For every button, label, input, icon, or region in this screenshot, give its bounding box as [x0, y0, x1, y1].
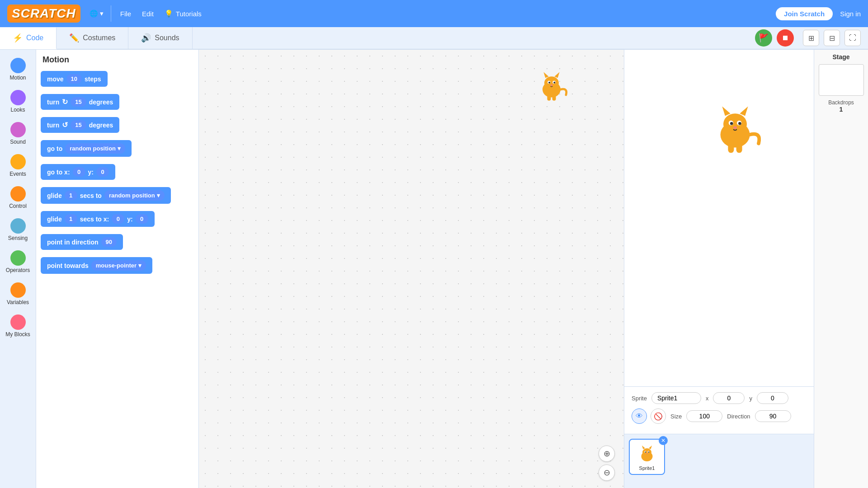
block-point-towards[interactable]: point towards mouse-pointer ▾: [41, 257, 194, 277]
goto-y-input[interactable]: 0: [96, 167, 109, 177]
goto-dropdown[interactable]: random position ▾: [65, 143, 125, 154]
tab-sounds[interactable]: 🔊 Sounds: [128, 27, 192, 49]
block-glide-xy[interactable]: glide 1 secs to x: 0 y: 0: [41, 211, 194, 230]
globe-button[interactable]: 🌐 ▾: [90, 9, 104, 18]
myblocks-dot: [10, 314, 26, 330]
x-input[interactable]: [713, 392, 745, 404]
steps-input[interactable]: 10: [66, 74, 82, 84]
glide-xy-middle: secs to x:: [80, 216, 109, 223]
glide-xy-input[interactable]: 1: [65, 214, 77, 224]
sidebar-item-sensing[interactable]: Sensing: [1, 215, 35, 245]
sprite-thumb-svg: [636, 443, 658, 465]
stage-preview[interactable]: [624, 50, 814, 386]
hide-sprite-button[interactable]: 🚫: [651, 408, 666, 424]
costumes-icon: ✏️: [69, 33, 79, 43]
right-panel: Sprite x y 👁 🚫 Size Direction: [624, 50, 814, 488]
show-sprite-button[interactable]: 👁: [632, 408, 647, 424]
turn-cw-input[interactable]: 15: [71, 97, 86, 107]
point-dir-input[interactable]: 90: [101, 237, 117, 247]
svg-point-29: [648, 451, 650, 453]
scratch-logo[interactable]: SCRATCH: [7, 5, 80, 23]
script-area[interactable]: ⊕ ⊖: [199, 50, 624, 488]
layout-button-1[interactable]: ⊞: [803, 30, 819, 46]
block-goto-xy[interactable]: go to x: 0 y: 0: [41, 164, 194, 183]
block-point-direction[interactable]: point in direction 90: [41, 234, 194, 253]
green-flag-icon: 🚩: [759, 33, 769, 43]
glide-xy-y-input[interactable]: 0: [136, 214, 148, 224]
tab-costumes[interactable]: ✏️ Costumes: [57, 27, 128, 49]
block-turn-cw[interactable]: turn ↻ 15 degrees: [41, 94, 194, 113]
fullscreen-button[interactable]: ⛶: [844, 30, 861, 46]
point-towards-dropdown-value: mouse-pointer: [96, 262, 137, 269]
backdrops-label: Backdrops: [828, 99, 854, 106]
sidebar-item-operators[interactable]: Operators: [1, 247, 35, 277]
sprite-thumb-close[interactable]: ✕: [659, 436, 668, 445]
stop-button[interactable]: ⏹: [777, 29, 794, 47]
sidebar-item-motion[interactable]: Motion: [1, 54, 35, 84]
script-cat-sprite: [533, 68, 570, 106]
sidebar-item-events[interactable]: Events: [1, 150, 35, 181]
events-label: Events: [9, 171, 26, 177]
stage-backdrop-thumbnail[interactable]: [819, 64, 864, 96]
move-steps-block[interactable]: move 10 steps: [41, 71, 108, 87]
turn-ccw-block[interactable]: turn ↺ 15 degrees: [41, 117, 119, 133]
glide-random-dropdown[interactable]: random position ▾: [104, 190, 165, 201]
sprite-thumb-sprite1[interactable]: ✕ Sprite1: [629, 439, 665, 475]
point-towards-dropdown[interactable]: mouse-pointer ▾: [91, 260, 146, 271]
block-glide-random[interactable]: glide 1 secs to random position ▾: [41, 187, 194, 207]
glide-random-block[interactable]: glide 1 secs to random position ▾: [41, 187, 171, 204]
tab-code[interactable]: ⚡ Code: [0, 28, 57, 49]
sidebar-item-looks[interactable]: Looks: [1, 86, 35, 117]
glide-xy-block[interactable]: glide 1 secs to x: 0 y: 0: [41, 211, 155, 227]
join-scratch-button[interactable]: Join Scratch: [776, 7, 833, 20]
turn-cw-label: turn: [47, 99, 59, 106]
point-dir-label: point in direction: [47, 239, 99, 246]
block-goto-random[interactable]: go to random position ▾: [41, 140, 194, 160]
svg-rect-10: [552, 95, 556, 101]
sign-in-button[interactable]: Sign in: [840, 10, 861, 18]
top-navigation: SCRATCH 🌐 ▾ File Edit 💡 Tutorials Join S…: [0, 0, 868, 27]
svg-rect-21: [736, 144, 742, 153]
goto-x-input[interactable]: 0: [73, 167, 85, 177]
file-menu[interactable]: File: [115, 10, 137, 18]
svg-marker-3: [554, 72, 559, 78]
sidebar-item-control[interactable]: Control: [1, 183, 35, 213]
zoom-out-button[interactable]: ⊖: [599, 465, 615, 481]
green-flag-button[interactable]: 🚩: [755, 29, 772, 47]
sidebar-item-variables[interactable]: Variables: [1, 279, 35, 309]
turn-cw-block[interactable]: turn ↻ 15 degrees: [41, 94, 119, 110]
turn-ccw-input[interactable]: 15: [71, 120, 86, 130]
glide-xy-x-input[interactable]: 0: [112, 214, 124, 224]
zoom-in-button[interactable]: ⊕: [599, 446, 615, 462]
block-turn-ccw[interactable]: turn ↺ 15 degrees: [41, 117, 194, 136]
size-label: Size: [670, 413, 682, 420]
svg-rect-20: [728, 144, 734, 153]
edit-menu[interactable]: Edit: [137, 10, 159, 18]
point-direction-block[interactable]: point in direction 90: [41, 234, 123, 250]
fullscreen-icon: ⛶: [849, 34, 856, 42]
goto-random-block[interactable]: go to random position ▾: [41, 140, 132, 157]
svg-point-12: [723, 113, 747, 135]
size-input[interactable]: [686, 410, 722, 422]
y-input[interactable]: [757, 392, 788, 404]
layout-button-2[interactable]: ⊟: [824, 30, 840, 46]
sprite-name-row: Sprite x y: [632, 392, 807, 404]
svg-point-8: [551, 84, 553, 86]
goto-dropdown-arrow: ▾: [118, 145, 121, 152]
point-towards-block[interactable]: point towards mouse-pointer ▾: [41, 257, 152, 274]
sprite-actions: 👁 🚫: [632, 408, 666, 424]
sidebar-item-myblocks[interactable]: My Blocks: [1, 311, 35, 341]
glide-random-input[interactable]: 1: [65, 191, 77, 200]
turn-cw-suffix: degrees: [89, 99, 113, 106]
sprite-thumb-label: Sprite1: [639, 465, 655, 471]
globe-icon: 🌐: [90, 9, 98, 18]
goto-xy-block[interactable]: go to x: 0 y: 0: [41, 164, 115, 180]
direction-input[interactable]: [755, 410, 791, 422]
stage-side-panel: Stage Backdrops 1: [814, 50, 868, 488]
sprite-name-input[interactable]: [651, 392, 701, 404]
sidebar-item-sound[interactable]: Sound: [1, 118, 35, 149]
svg-marker-25: [649, 446, 652, 449]
block-move-steps[interactable]: move 10 steps: [41, 71, 194, 90]
tutorials-button[interactable]: 💡 Tutorials: [159, 9, 207, 18]
svg-point-28: [645, 451, 646, 453]
